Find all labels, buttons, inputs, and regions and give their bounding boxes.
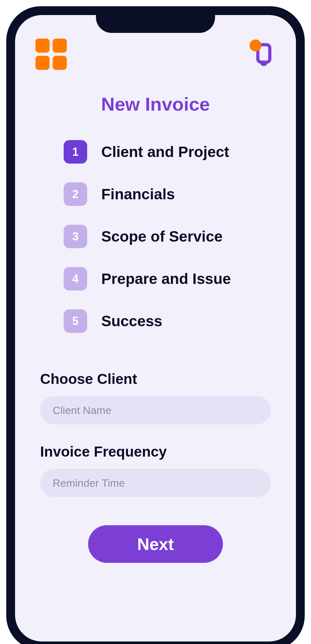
header-bar <box>35 39 276 70</box>
step-badge: 4 <box>64 267 87 291</box>
step-badge: 5 <box>64 309 87 333</box>
apps-grid-icon[interactable] <box>35 39 67 70</box>
phone-frame: New Invoice 1 Client and Project 2 Finan… <box>6 6 305 644</box>
phone-screen: New Invoice 1 Client and Project 2 Finan… <box>15 15 296 641</box>
next-button[interactable]: Next <box>88 525 223 563</box>
grid-square <box>35 39 50 53</box>
client-name-input[interactable] <box>40 396 271 424</box>
step-client-project[interactable]: 1 Client and Project <box>64 140 276 164</box>
form-section: Choose Client Invoice Frequency Next <box>35 370 276 563</box>
step-label: Prepare and Issue <box>101 270 231 287</box>
notification-badge <box>250 39 261 51</box>
phone-notch <box>96 6 215 33</box>
page-title: New Invoice <box>35 93 276 115</box>
step-success[interactable]: 5 Success <box>64 309 276 333</box>
frequency-field-label: Invoice Frequency <box>40 443 271 460</box>
step-prepare-issue[interactable]: 4 Prepare and Issue <box>64 267 276 291</box>
step-label: Success <box>101 312 162 330</box>
step-label: Financials <box>101 186 175 203</box>
grid-square <box>53 39 67 53</box>
step-scope-service[interactable]: 3 Scope of Service <box>64 225 276 248</box>
reminder-time-input[interactable] <box>40 469 271 497</box>
grid-square <box>53 56 67 70</box>
client-field-label: Choose Client <box>40 370 271 387</box>
steps-list: 1 Client and Project 2 Financials 3 Scop… <box>35 140 276 333</box>
step-badge: 3 <box>64 225 87 248</box>
notifications-button[interactable] <box>252 41 276 68</box>
step-label: Scope of Service <box>101 228 223 245</box>
step-badge: 2 <box>64 182 87 206</box>
step-label: Client and Project <box>101 143 229 160</box>
step-financials[interactable]: 2 Financials <box>64 182 276 206</box>
grid-square <box>35 56 50 70</box>
step-badge: 1 <box>64 140 87 164</box>
